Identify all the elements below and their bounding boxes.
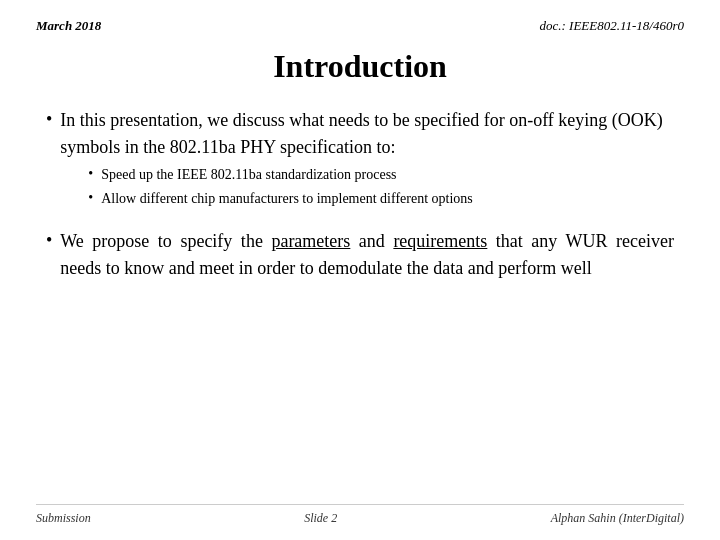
footer: Submission Slide 2 Alphan Sahin (InterDi… xyxy=(36,504,684,526)
sub-bullet-1-text: Speed up the IEEE 802.11ba standardizati… xyxy=(101,165,396,185)
bullet-1: • In this presentation, we discuss what … xyxy=(46,107,674,212)
sub-bullet-1-dot: • xyxy=(88,166,93,182)
header: March 2018 doc.: IEEE802.11-18/460r0 xyxy=(36,18,684,34)
bullet-2: • We propose to specify the parameters a… xyxy=(46,228,674,282)
bullet-1-dot: • xyxy=(46,109,52,130)
slide-title: Introduction xyxy=(273,48,447,84)
title-area: Introduction xyxy=(36,48,684,85)
bullet-2-dot: • xyxy=(46,230,52,251)
footer-submission: Submission xyxy=(36,511,91,526)
underline-requirements: requirements xyxy=(393,231,487,251)
sub-bullets-1: • Speed up the IEEE 802.11ba standardiza… xyxy=(88,165,674,208)
header-doc: doc.: IEEE802.11-18/460r0 xyxy=(539,18,684,34)
footer-author: Alphan Sahin (InterDigital) xyxy=(551,511,684,526)
footer-slide-number: Slide 2 xyxy=(304,511,337,526)
sub-bullet-1: • Speed up the IEEE 802.11ba standardiza… xyxy=(88,165,674,185)
sub-bullet-2: • Allow different chip manufacturers to … xyxy=(88,189,674,209)
sub-bullet-2-dot: • xyxy=(88,190,93,206)
sub-bullet-2-text: Allow different chip manufacturers to im… xyxy=(101,189,473,209)
bullet-1-text: In this presentation, we discuss what ne… xyxy=(60,110,663,157)
content-area: • In this presentation, we discuss what … xyxy=(36,107,684,504)
bullet-2-text: We propose to specify the parameters and… xyxy=(60,228,674,282)
underline-parameters: parameters xyxy=(271,231,350,251)
header-date: March 2018 xyxy=(36,18,101,34)
slide: March 2018 doc.: IEEE802.11-18/460r0 Int… xyxy=(0,0,720,540)
